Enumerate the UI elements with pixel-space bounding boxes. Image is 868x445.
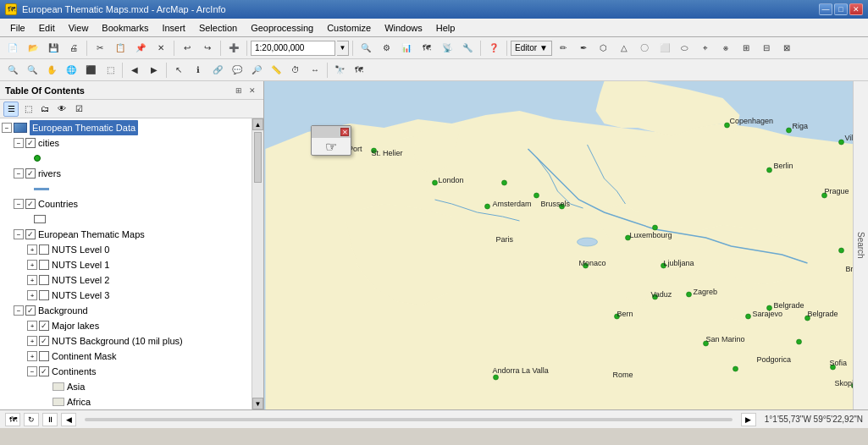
swipe-btn[interactable]: ↔ bbox=[306, 61, 324, 80]
pan-btn[interactable]: ✋ bbox=[42, 61, 61, 80]
scale-dropdown[interactable]: ▼ bbox=[337, 41, 349, 56]
globe-btn[interactable]: 🌐 bbox=[62, 61, 80, 80]
save-btn[interactable]: 💾 bbox=[44, 39, 63, 58]
nuts2-checkbox[interactable] bbox=[39, 275, 49, 285]
measure-btn[interactable]: 📏 bbox=[267, 61, 285, 80]
sketch11-btn[interactable]: ⊟ bbox=[757, 39, 776, 58]
search-panel[interactable]: Search bbox=[853, 81, 868, 409]
delete-btn[interactable]: ✕ bbox=[152, 39, 170, 58]
lakes-checkbox[interactable] bbox=[39, 321, 49, 331]
root-label[interactable]: European Thematic Data bbox=[30, 120, 138, 135]
cut-btn[interactable]: ✂ bbox=[91, 39, 109, 58]
tools1-btn[interactable]: ⚙ bbox=[377, 39, 395, 58]
open-btn[interactable]: 📂 bbox=[24, 39, 42, 58]
toc-draw-order-btn[interactable]: ⬚ bbox=[20, 102, 36, 117]
scroll-thumb[interactable] bbox=[254, 132, 262, 183]
nutsbg-expand[interactable]: + bbox=[27, 336, 37, 346]
undo-btn[interactable]: ↩ bbox=[178, 39, 196, 58]
magnify-btn[interactable]: 🔍 bbox=[357, 39, 375, 58]
menu-view[interactable]: View bbox=[62, 19, 96, 36]
select-btn[interactable]: ↖ bbox=[169, 61, 188, 80]
prev-ext-btn[interactable]: ◀ bbox=[125, 61, 144, 80]
status-refresh-btn[interactable]: ↻ bbox=[24, 413, 39, 426]
sketch2-btn[interactable]: ✒ bbox=[574, 39, 593, 58]
nuts2-expand[interactable]: + bbox=[27, 275, 37, 285]
next-ext-btn[interactable]: ▶ bbox=[145, 61, 163, 80]
layerext-btn[interactable]: ⬚ bbox=[101, 61, 119, 80]
toc-selection-btn[interactable]: ☑ bbox=[71, 102, 86, 117]
nuts0-checkbox[interactable] bbox=[39, 244, 49, 255]
thematic-checkbox[interactable] bbox=[25, 229, 36, 239]
sketch10-btn[interactable]: ⊞ bbox=[737, 39, 755, 58]
tools3-btn[interactable]: 🗺 bbox=[417, 39, 436, 58]
menu-bookmarks[interactable]: Bookmarks bbox=[95, 19, 155, 36]
fullext-btn[interactable]: ⬛ bbox=[81, 61, 100, 80]
tools2-btn[interactable]: 📊 bbox=[397, 39, 416, 58]
zoom-in-btn[interactable]: 🔍 bbox=[3, 61, 22, 80]
toc-source-view-btn[interactable]: 🗂 bbox=[37, 102, 53, 117]
sketch5-btn[interactable]: 〇 bbox=[635, 39, 654, 58]
menu-selection[interactable]: Selection bbox=[192, 19, 244, 36]
menu-windows[interactable]: Windows bbox=[378, 19, 429, 36]
nuts3-expand[interactable]: + bbox=[27, 290, 37, 300]
scroll-up-btn[interactable]: ▲ bbox=[252, 118, 263, 130]
copy-btn[interactable]: 📋 bbox=[111, 39, 130, 58]
toc-dock-btn[interactable]: ⊞ bbox=[233, 85, 245, 96]
popup-close-btn[interactable]: ✕ bbox=[340, 128, 349, 136]
zoom-out-btn[interactable]: 🔍 bbox=[23, 61, 41, 80]
map-view[interactable]: Riga Vilnius Copenhagen Warsaw Berlin Pr… bbox=[264, 81, 868, 409]
sketch3-btn[interactable]: ⬡ bbox=[594, 39, 613, 58]
background-checkbox[interactable] bbox=[25, 305, 36, 316]
continents-expand[interactable]: − bbox=[27, 366, 37, 376]
scroll-down-btn[interactable]: ▼ bbox=[252, 398, 263, 409]
root-expand[interactable]: − bbox=[2, 123, 12, 133]
menu-file[interactable]: File bbox=[3, 19, 32, 36]
status-prev-btn[interactable]: ◀ bbox=[61, 413, 76, 426]
nutsbg-checkbox[interactable] bbox=[39, 336, 49, 346]
help-btn[interactable]: ❓ bbox=[484, 39, 503, 58]
menu-customize[interactable]: Customize bbox=[320, 19, 378, 36]
sketch7-btn[interactable]: ⬭ bbox=[676, 39, 694, 58]
menu-geoprocessing[interactable]: Geoprocessing bbox=[244, 19, 320, 36]
sketch4-btn[interactable]: △ bbox=[615, 39, 633, 58]
background-expand[interactable]: − bbox=[14, 305, 24, 316]
cities-checkbox[interactable] bbox=[25, 138, 36, 148]
title-bar-buttons[interactable]: — □ ✕ bbox=[819, 3, 863, 15]
new-btn[interactable]: 📄 bbox=[3, 39, 22, 58]
print-btn[interactable]: 🖨 bbox=[64, 39, 83, 58]
paste-btn[interactable]: 📌 bbox=[131, 39, 150, 58]
maximize-button[interactable]: □ bbox=[834, 3, 848, 15]
scroll-track[interactable] bbox=[252, 130, 263, 398]
status-next-btn[interactable]: ▶ bbox=[741, 413, 756, 426]
findplace-btn[interactable]: 🔎 bbox=[247, 61, 266, 80]
nuts3-checkbox[interactable] bbox=[39, 290, 49, 300]
mask-expand[interactable]: + bbox=[27, 351, 37, 361]
menu-insert[interactable]: Insert bbox=[155, 19, 192, 36]
rivers-expand[interactable]: − bbox=[14, 168, 24, 179]
hyperlink-btn[interactable]: 🔗 bbox=[208, 61, 227, 80]
nuts1-expand[interactable]: + bbox=[27, 260, 37, 270]
tools5-btn[interactable]: 🔧 bbox=[458, 39, 477, 58]
sketch9-btn[interactable]: ⎈ bbox=[716, 39, 735, 58]
countries-expand[interactable]: − bbox=[14, 199, 24, 209]
toc-list-view-btn[interactable]: ☰ bbox=[3, 102, 19, 117]
continents-checkbox[interactable] bbox=[39, 366, 49, 376]
close-button[interactable]: ✕ bbox=[849, 3, 863, 15]
status-layout-btn[interactable]: 🗺 bbox=[5, 413, 20, 426]
time-btn[interactable]: ⏱ bbox=[286, 61, 305, 80]
scale-input[interactable] bbox=[251, 41, 335, 56]
sketch1-btn[interactable]: ✏ bbox=[554, 39, 572, 58]
status-pause-btn[interactable]: ⏸ bbox=[42, 413, 58, 426]
toc-scrollbar[interactable]: ▲ ▼ bbox=[252, 118, 263, 409]
toc-root-item[interactable]: − European Thematic Data bbox=[0, 120, 252, 135]
tools4-btn[interactable]: 📡 bbox=[438, 39, 456, 58]
redo-btn[interactable]: ↪ bbox=[198, 39, 217, 58]
rivers-checkbox[interactable] bbox=[25, 168, 36, 179]
menu-help[interactable]: Help bbox=[429, 19, 462, 36]
mask-checkbox[interactable] bbox=[39, 351, 49, 361]
identify-btn[interactable]: ℹ bbox=[189, 61, 207, 80]
overview-btn[interactable]: 🗺 bbox=[350, 61, 368, 80]
toc-visibility-btn[interactable]: 👁 bbox=[54, 102, 69, 117]
editor-button[interactable]: Editor ▼ bbox=[511, 41, 552, 56]
countries-checkbox[interactable] bbox=[25, 199, 36, 209]
